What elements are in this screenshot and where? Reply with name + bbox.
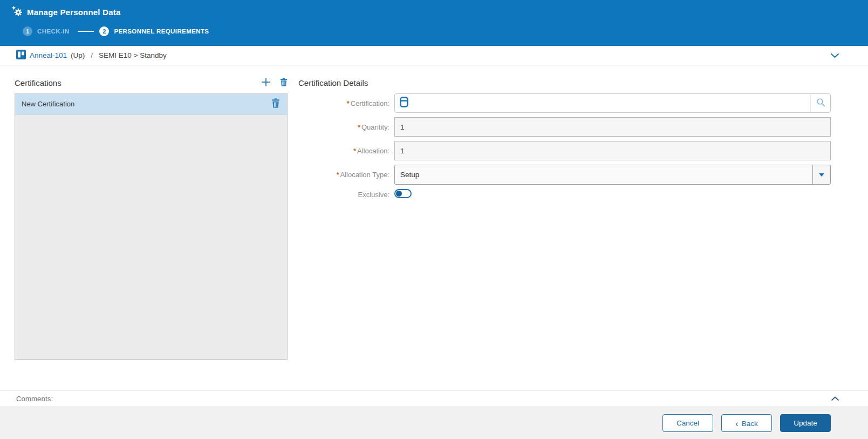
main-content: Certifications — [0, 65, 868, 390]
add-certification-button[interactable] — [261, 77, 271, 89]
footer-action-bar: Cancel ‹Back Update — [0, 407, 868, 439]
chevron-left-icon: ‹ — [735, 419, 738, 428]
step-2-label: PERSONNEL REQUIREMENTS — [114, 28, 209, 35]
certification-input[interactable] — [408, 94, 830, 112]
delete-certification-button[interactable] — [280, 78, 288, 88]
page-title: Manage Personnel Data — [27, 8, 120, 17]
exclusive-field-label: Exclusive: — [298, 191, 394, 199]
breadcrumb-collapse-chevron-down-icon[interactable] — [830, 53, 839, 58]
step-2-number: 2 — [99, 26, 109, 36]
step-check-in[interactable]: 1 CHECK-IN — [23, 26, 69, 36]
required-marker: * — [353, 147, 356, 155]
certification-search-button[interactable] — [810, 94, 830, 112]
allocation-type-value: Setup — [400, 171, 419, 179]
required-marker: * — [347, 99, 350, 107]
quantity-field-label: *Quantity: — [298, 123, 394, 131]
certification-field-label: *Certification: — [298, 99, 394, 107]
cancel-button[interactable]: Cancel — [662, 414, 713, 432]
certification-details-title: Certification Details — [298, 75, 831, 90]
dropdown-arrow-button[interactable] — [812, 165, 830, 184]
breadcrumb-entity-link[interactable]: Anneal-101 — [30, 51, 67, 59]
comments-label: Comments: — [16, 395, 831, 403]
app-header: Manage Personnel Data 1 CHECK-IN 2 PERSO… — [0, 0, 868, 46]
step-personnel-requirements[interactable]: 2 PERSONNEL REQUIREMENTS — [99, 26, 209, 36]
quantity-input[interactable] — [394, 117, 831, 137]
breadcrumb-state-path: SEMI E10 > Standby — [99, 51, 167, 59]
breadcrumb: Anneal-101 (Up) / SEMI E10 > Standby — [16, 50, 830, 61]
add-icon — [261, 77, 271, 89]
delete-item-button[interactable] — [271, 98, 280, 110]
allocation-field-label: *Allocation: — [298, 147, 394, 155]
certification-item-name: New Certification — [22, 100, 271, 108]
breadcrumb-entity-status: (Up) — [71, 51, 85, 59]
equipment-icon — [16, 50, 26, 61]
step-1-number: 1 — [23, 26, 32, 36]
stepper-connector — [78, 31, 94, 32]
certification-details-panel: Certification Details *Certification: — [298, 75, 831, 390]
breadcrumb-bar: Anneal-101 (Up) / SEMI E10 > Standby — [0, 46, 868, 65]
manage-gear-icon — [12, 6, 22, 18]
required-marker: * — [358, 123, 360, 131]
trash-icon — [280, 78, 288, 88]
certifications-list: New Certification — [15, 93, 288, 360]
allocation-input[interactable] — [394, 141, 831, 160]
certifications-panel-title: Certifications — [15, 78, 261, 87]
breadcrumb-separator: / — [91, 51, 93, 59]
back-button[interactable]: ‹Back — [721, 414, 772, 432]
allocation-type-field-label: *Allocation Type: — [298, 171, 394, 179]
required-marker: * — [336, 171, 339, 179]
certifications-panel: Certifications — [15, 75, 288, 390]
step-1-label: CHECK-IN — [37, 28, 69, 35]
certification-lookup-field[interactable] — [394, 93, 831, 113]
trash-icon — [271, 98, 280, 110]
comments-section[interactable]: Comments: — [0, 390, 868, 407]
chevron-down-icon — [819, 173, 824, 177]
comments-collapse-chevron-up-icon[interactable] — [831, 396, 839, 401]
list-item-new-certification[interactable]: New Certification — [15, 93, 288, 114]
search-icon — [816, 98, 825, 109]
update-button[interactable]: Update — [780, 414, 831, 432]
certification-icon — [400, 97, 408, 110]
exclusive-toggle[interactable] — [394, 189, 412, 198]
wizard-stepper: 1 CHECK-IN 2 PERSONNEL REQUIREMENTS — [12, 26, 868, 36]
allocation-type-select[interactable]: Setup — [394, 165, 831, 185]
toggle-knob — [396, 191, 402, 197]
